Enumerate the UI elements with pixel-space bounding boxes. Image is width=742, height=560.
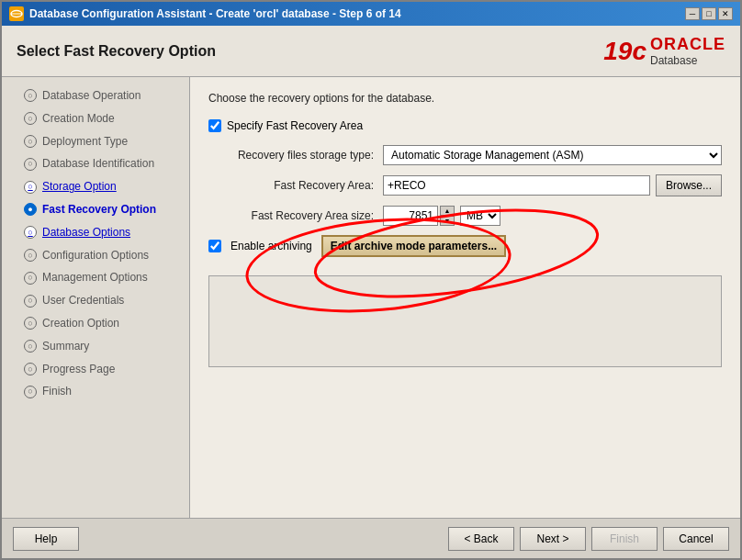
main-content: ○ Database Operation ○ Creation Mode ○ D…: [2, 77, 740, 518]
fra-size-row: Fast Recovery Area size: ▲ ▼ MB GB: [208, 206, 722, 226]
sidebar-item-management-options: ○ Management Options: [2, 266, 189, 289]
step-icon-progress-page: ○: [24, 363, 37, 375]
window-title: Database Configuration Assistant - Creat…: [29, 7, 401, 20]
app-icon: [9, 6, 24, 21]
minimize-button[interactable]: ─: [685, 7, 700, 20]
back-button[interactable]: < Back: [448, 527, 514, 551]
close-button[interactable]: ✕: [718, 7, 733, 20]
window-controls: ─ □ ✕: [685, 7, 733, 20]
oracle-sub: Database: [650, 54, 697, 67]
sidebar-label-storage-option: Storage Option: [42, 179, 117, 195]
sidebar-label-creation-option: Creation Option: [42, 316, 119, 331]
oracle-logo: 19c ORACLE Database: [603, 35, 725, 67]
enable-archiving-checkbox[interactable]: [208, 240, 221, 252]
step-icon-database-options: ○: [24, 226, 37, 239]
oracle-version: 19c: [603, 37, 646, 66]
sidebar-item-configuration-options: ○ Configuration Options: [2, 244, 189, 267]
cancel-button[interactable]: Cancel: [663, 527, 729, 551]
sidebar-item-creation-option: ○ Creation Option: [2, 312, 189, 335]
footer-nav-buttons: < Back Next > Finish Cancel: [448, 527, 729, 551]
step-icon-deployment-type: ○: [24, 135, 37, 148]
archiving-row: Enable archiving Edit archive mode param…: [208, 235, 722, 257]
fra-size-label: Fast Recovery Area size:: [208, 209, 383, 222]
sidebar-item-fast-recovery-option: ● Fast Recovery Option: [2, 198, 189, 221]
step-icon-creation-mode: ○: [24, 112, 37, 125]
content-area: Choose the recovery options for the data…: [190, 77, 740, 518]
step-icon-fast-recovery-option: ●: [24, 203, 37, 216]
sidebar-label-user-credentials: User Credentials: [42, 293, 124, 308]
sidebar-label-fast-recovery-option: Fast Recovery Option: [42, 202, 156, 218]
title-bar-left: Database Configuration Assistant - Creat…: [9, 6, 401, 21]
step-icon-database-operation: ○: [24, 89, 37, 102]
step-icon-storage-option: ○: [24, 181, 37, 194]
sidebar-label-finish: Finish: [42, 384, 72, 399]
sidebar-label-deployment-type: Deployment Type: [42, 134, 128, 150]
footer: Help < Back Next > Finish Cancel: [2, 518, 740, 558]
step-icon-configuration-options: ○: [24, 249, 37, 262]
sidebar-item-deployment-type: ○ Deployment Type: [2, 130, 189, 153]
maximize-button[interactable]: □: [702, 7, 716, 20]
sidebar-label-database-options: Database Options: [42, 225, 130, 241]
empty-content-area: [208, 275, 722, 367]
storage-type-select[interactable]: Automatic Storage Management (ASM) File …: [383, 145, 722, 165]
fra-control: Browse...: [383, 174, 722, 196]
sidebar-label-creation-mode: Creation Mode: [42, 111, 115, 127]
sidebar-label-configuration-options: Configuration Options: [42, 248, 149, 263]
sidebar-label-management-options: Management Options: [42, 270, 148, 286]
fra-row: Fast Recovery Area: Browse...: [208, 174, 722, 196]
fra-input[interactable]: [383, 175, 650, 196]
sidebar-item-database-identification: ○ Database Identification: [2, 152, 189, 175]
storage-type-label: Recovery files storage type:: [208, 149, 383, 162]
sidebar: ○ Database Operation ○ Creation Mode ○ D…: [2, 77, 190, 518]
browse-button[interactable]: Browse...: [656, 174, 722, 196]
oracle-text: ORACLE Database: [650, 35, 725, 67]
step-icon-management-options: ○: [24, 272, 37, 285]
specify-fra-checkbox[interactable]: [208, 119, 221, 132]
next-button[interactable]: Next >: [520, 527, 586, 551]
main-window: Database Configuration Assistant - Creat…: [0, 0, 742, 560]
step-icon-summary: ○: [24, 340, 37, 353]
sidebar-item-progress-page: ○ Progress Page: [2, 358, 189, 381]
sidebar-item-finish: ○ Finish: [2, 380, 189, 403]
page-header: Select Fast Recovery Option 19c ORACLE D…: [2, 26, 740, 77]
edit-archive-mode-button[interactable]: Edit archive mode parameters...: [321, 235, 506, 257]
sidebar-label-summary: Summary: [42, 339, 89, 354]
step-icon-user-credentials: ○: [24, 295, 37, 308]
storage-type-control: Automatic Storage Management (ASM) File …: [383, 145, 722, 165]
sidebar-item-creation-mode: ○ Creation Mode: [2, 107, 189, 130]
oracle-brand: ORACLE: [650, 35, 725, 54]
enable-archiving-label: Enable archiving: [230, 240, 312, 252]
spinner-down-button[interactable]: ▼: [440, 216, 455, 226]
specify-fra-label: Specify Fast Recovery Area: [227, 119, 363, 132]
spinner-buttons: ▲ ▼: [440, 206, 455, 226]
fra-label: Fast Recovery Area:: [208, 179, 383, 192]
spinner-up-button[interactable]: ▲: [440, 206, 455, 216]
sidebar-label-database-operation: Database Operation: [42, 88, 141, 104]
size-unit-select[interactable]: MB GB: [460, 206, 500, 226]
storage-type-row: Recovery files storage type: Automatic S…: [208, 145, 722, 165]
sidebar-item-database-operation: ○ Database Operation: [2, 84, 189, 107]
help-button[interactable]: Help: [13, 527, 79, 551]
content-description: Choose the recovery options for the data…: [208, 92, 722, 105]
sidebar-item-summary: ○ Summary: [2, 335, 189, 358]
sidebar-label-database-identification: Database Identification: [42, 156, 154, 172]
fra-size-input[interactable]: [383, 206, 438, 226]
step-icon-finish: ○: [24, 386, 37, 398]
page-title: Select Fast Recovery Option: [17, 43, 216, 60]
sidebar-item-user-credentials: ○ User Credentials: [2, 289, 189, 312]
title-bar: Database Configuration Assistant - Creat…: [2, 2, 740, 26]
finish-button[interactable]: Finish: [591, 527, 658, 551]
fra-size-spinner: ▲ ▼: [383, 206, 455, 226]
step-icon-creation-option: ○: [24, 317, 37, 330]
step-icon-database-identification: ○: [24, 158, 37, 171]
fra-size-control: ▲ ▼ MB GB: [383, 206, 722, 226]
sidebar-item-storage-option[interactable]: ○ Storage Option: [2, 175, 189, 198]
sidebar-label-progress-page: Progress Page: [42, 362, 115, 377]
sidebar-item-database-options[interactable]: ○ Database Options: [2, 221, 189, 244]
specify-fra-row: Specify Fast Recovery Area: [208, 119, 722, 132]
